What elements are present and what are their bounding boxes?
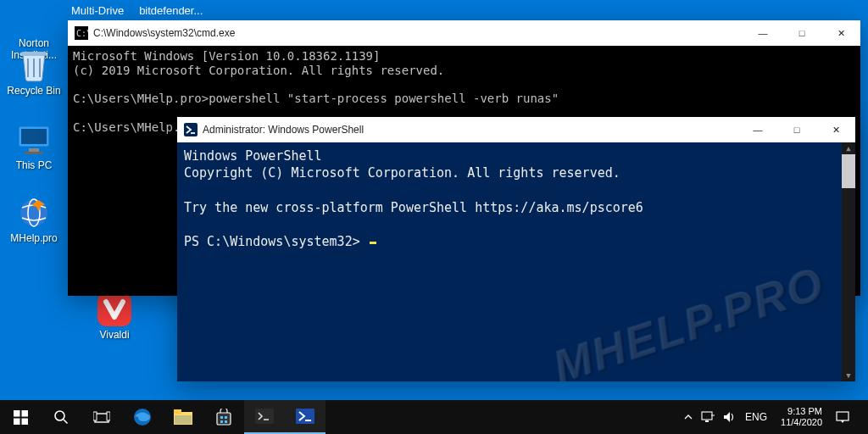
svg-rect-24 — [175, 415, 192, 424]
scroll-down-icon[interactable]: ▼ — [842, 370, 855, 381]
desktop-icon-vivaldi[interactable]: Vivaldi — [83, 292, 146, 342]
clock-time: 9:13 PM — [781, 406, 822, 417]
svg-rect-27 — [225, 416, 227, 419]
maximize-button[interactable]: □ — [777, 117, 816, 142]
svg-rect-12 — [14, 410, 20, 417]
svg-rect-28 — [220, 420, 223, 423]
scrollbar[interactable]: ▲ ▼ — [842, 142, 855, 381]
svg-rect-35 — [705, 420, 709, 422]
menu-item[interactable]: Multi-Drive — [71, 4, 124, 17]
cmd-line: Microsoft Windows [Version 10.0.18362.11… — [73, 49, 380, 63]
desktop-icon-label: Vivaldi — [99, 330, 129, 342]
edge-taskbar-icon[interactable] — [122, 400, 163, 434]
minimize-button[interactable]: — — [738, 117, 777, 142]
globe-icon — [16, 195, 52, 231]
cursor-icon — [370, 242, 376, 244]
vivaldi-icon — [97, 292, 132, 327]
search-button[interactable] — [41, 400, 81, 434]
ps-line: PS C:\Windows\system32> — [184, 234, 368, 249]
notifications-icon[interactable] — [836, 410, 849, 424]
taskbar: ENG 9:13 PM 11/4/2020 — [0, 400, 868, 434]
recycle-bin-icon — [16, 47, 52, 83]
svg-text:C:\: C:\ — [76, 29, 88, 38]
cmd-icon: C:\ — [75, 26, 88, 40]
ps-line: Try the new cross-platform PowerShell ht… — [184, 200, 643, 215]
menu-item[interactable]: bitdefender... — [139, 4, 203, 17]
desktop-icon-label: MHelp.pro — [10, 233, 57, 245]
cmd-taskbar-icon[interactable] — [244, 400, 285, 434]
top-context-menu: Multi-Drive bitdefender... — [68, 0, 203, 20]
svg-rect-25 — [217, 413, 231, 425]
maximize-button[interactable]: □ — [782, 20, 821, 46]
scroll-up-icon[interactable]: ▲ — [842, 142, 855, 154]
powershell-title-text: Administrator: Windows PowerShell — [203, 124, 364, 136]
close-button[interactable]: ✕ — [821, 20, 860, 46]
svg-rect-15 — [21, 418, 28, 425]
language-indicator[interactable]: ENG — [745, 411, 767, 423]
svg-rect-29 — [225, 420, 227, 423]
minimize-button[interactable]: — — [743, 20, 782, 46]
svg-rect-0 — [21, 52, 47, 56]
ps-line: Windows PowerShell — [184, 148, 322, 164]
powershell-body[interactable]: Windows PowerShell Copyright (C) Microso… — [177, 142, 855, 381]
powershell-icon — [184, 123, 198, 136]
taskview-button[interactable] — [81, 400, 122, 434]
start-button[interactable] — [0, 400, 41, 434]
svg-rect-26 — [220, 416, 223, 419]
cmd-line: (c) 2019 Microsoft Corporation. All righ… — [73, 64, 444, 77]
svg-point-16 — [55, 411, 64, 420]
clock-date: 11/4/2020 — [781, 417, 822, 428]
svg-rect-7 — [97, 292, 131, 326]
powershell-titlebar[interactable]: Administrator: Windows PowerShell — □ ✕ — [177, 117, 855, 142]
svg-rect-34 — [702, 412, 712, 420]
tray-overflow-icon[interactable] — [684, 413, 693, 421]
desktop-icon-this-pc[interactable]: This PC — [3, 122, 65, 172]
volume-icon[interactable] — [723, 411, 737, 423]
svg-rect-19 — [93, 412, 97, 420]
cmd-line: C:\Users\MHelp.pro>powershell "start-pro… — [73, 92, 559, 105]
svg-rect-4 — [25, 152, 43, 154]
svg-rect-14 — [14, 418, 20, 425]
svg-rect-13 — [21, 410, 28, 417]
scrollbar-thumb[interactable] — [842, 154, 855, 188]
cmd-titlebar[interactable]: C:\ C:\Windows\system32\cmd.exe — □ ✕ — [68, 20, 860, 46]
system-tray: ENG 9:13 PM 11/4/2020 — [679, 400, 868, 434]
ps-line: Copyright (C) Microsoft Corporation. All… — [184, 165, 620, 181]
network-icon[interactable] — [701, 411, 715, 423]
file-explorer-taskbar-icon[interactable] — [163, 400, 203, 434]
cmd-title-text: C:\Windows\system32\cmd.exe — [93, 27, 235, 39]
svg-rect-2 — [21, 129, 47, 144]
close-button[interactable]: ✕ — [816, 117, 855, 142]
svg-rect-3 — [29, 148, 39, 152]
desktop-icon-mhelp[interactable]: MHelp.pro — [3, 195, 65, 245]
file-icon — [16, 0, 52, 36]
watermark-text: MHELP.PRO — [546, 253, 832, 381]
powershell-taskbar-icon[interactable] — [285, 400, 326, 434]
svg-rect-37 — [837, 412, 849, 420]
desktop-icon-label: This PC — [16, 160, 53, 172]
svg-line-17 — [64, 420, 68, 424]
svg-rect-20 — [107, 412, 110, 420]
powershell-window[interactable]: Administrator: Windows PowerShell — □ ✕ … — [177, 117, 855, 381]
desktop-icon-recycle-bin[interactable]: Recycle Bin — [3, 47, 65, 97]
monitor-icon — [16, 122, 52, 158]
svg-rect-23 — [174, 409, 181, 414]
store-taskbar-icon[interactable] — [203, 400, 244, 434]
desktop: Norton Installati... Recycle Bin This PC… — [0, 0, 868, 434]
desktop-icon-label: Recycle Bin — [7, 86, 60, 97]
svg-rect-30 — [255, 409, 274, 424]
clock[interactable]: 9:13 PM 11/4/2020 — [776, 406, 827, 427]
